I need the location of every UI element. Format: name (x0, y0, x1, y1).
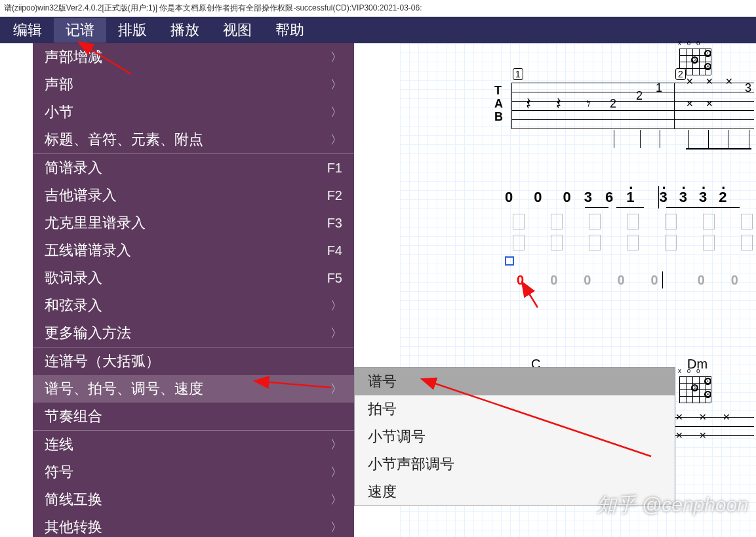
lyric-box[interactable] (589, 235, 601, 250)
note: 1 (626, 189, 634, 206)
menu-help[interactable]: 帮助 (264, 18, 316, 43)
dd-label: 和弦录入 (45, 296, 102, 315)
lyric-box[interactable] (703, 214, 715, 229)
dd-symbols[interactable]: 符号 〉 (33, 458, 354, 486)
dd-title-notes[interactable]: 标题、音符、元素、附点 〉 (33, 126, 354, 153)
note: 0 (584, 273, 591, 288)
tab-system-1: 1 2 T A B 𝄽 𝄽 𝄾 2 2 1 3 (492, 83, 754, 142)
dd-label: 节奏组合 (45, 407, 102, 426)
menu-layout[interactable]: 排版 (106, 18, 159, 43)
dd-chord-input[interactable]: 和弦录入 〉 (33, 292, 354, 319)
menu-edit[interactable]: 编辑 (1, 18, 54, 43)
shortcut: F4 (327, 243, 342, 258)
dd-voice-add-remove[interactable]: 声部增减 〉 (33, 43, 354, 71)
jianpu-row-2: 0 0 0 0 0 0 0 (517, 273, 738, 288)
dd-label: 简线互换 (45, 490, 102, 509)
lyric-box[interactable] (665, 235, 677, 250)
dd-slur[interactable]: 连线 〉 (33, 431, 354, 458)
lyric-box[interactable] (665, 214, 677, 229)
x-mark-icon: ✕ (706, 98, 713, 109)
sm-measure-key[interactable]: 小节调号 (355, 423, 675, 450)
dd-label: 其他转换 (45, 517, 102, 537)
menu-notation[interactable]: 记谱 (54, 18, 106, 43)
dd-label: 标题、音符、元素、附点 (45, 130, 203, 149)
x-mark-icon: ✕ (675, 430, 683, 441)
chevron-right-icon: 〉 (330, 325, 342, 341)
chevron-right-icon: 〉 (330, 132, 342, 148)
dd-rhythm-group[interactable]: 节奏组合 (33, 403, 354, 430)
lyric-box[interactable] (513, 214, 525, 229)
lyric-box[interactable] (513, 235, 525, 250)
note: 0 (698, 273, 705, 288)
watermark: 知乎 @cenphoon (597, 492, 748, 519)
dd-label: 声部增减 (45, 47, 102, 67)
shortcut: F2 (327, 188, 342, 203)
note: 0 (617, 273, 624, 288)
chevron-right-icon: 〉 (330, 298, 342, 313)
chevron-right-icon: 〉 (330, 49, 342, 65)
dd-brace[interactable]: 连谱号（大括弧） (33, 348, 354, 375)
sm-time-sig[interactable]: 拍号 (355, 395, 675, 423)
fret-number: 3 (745, 81, 751, 95)
measure-number: 2 (675, 68, 686, 80)
dd-guitar-input[interactable]: 吉他谱录入 F2 (33, 182, 354, 209)
dd-label: 简谱录入 (45, 158, 102, 178)
chord-diagram: x o o ❶ ❷ ❹ (675, 370, 715, 405)
x-mark-icon: ✕ (699, 412, 707, 422)
dd-label: 五线谱谱录入 (45, 241, 131, 260)
chevron-right-icon: 〉 (330, 519, 342, 535)
dd-ukulele-input[interactable]: 尤克里里谱录入 F3 (33, 209, 354, 237)
fret-number: 1 (656, 81, 662, 95)
lyric-box[interactable] (741, 235, 753, 250)
dd-jianpu-input[interactable]: 简谱录入 F1 (33, 154, 354, 182)
note: 3 (660, 189, 667, 206)
lyric-box[interactable] (703, 235, 715, 250)
x-mark-icon: ✕ (706, 76, 713, 87)
cursor-icon (505, 256, 514, 266)
lyric-box[interactable] (627, 214, 639, 229)
chevron-right-icon: 〉 (330, 492, 342, 507)
dd-label: 声部 (45, 75, 73, 94)
dd-voice[interactable]: 声部 〉 (33, 71, 354, 98)
lyric-box[interactable] (551, 235, 563, 250)
tab-label: T A B (494, 84, 503, 123)
clef-submenu: 谱号 拍号 小节调号 小节声部调号 速度 (354, 367, 675, 506)
lyric-box[interactable] (551, 214, 563, 229)
dd-lyric-input[interactable]: 歌词录入 F5 (33, 264, 354, 292)
x-mark-icon: ✕ (686, 98, 694, 109)
lyric-box[interactable] (741, 214, 753, 229)
note: 0 (534, 189, 542, 206)
chevron-right-icon: 〉 (330, 381, 342, 397)
dd-label: 连线 (45, 435, 73, 454)
menu-play[interactable]: 播放 (159, 18, 211, 43)
dd-clef-time-key-tempo[interactable]: 谱号、拍号、调号、速度 〉 (33, 375, 354, 403)
dd-convert-notation[interactable]: 简线互换 〉 (33, 486, 354, 513)
sm-clef[interactable]: 谱号 (355, 368, 675, 395)
lyric-box[interactable] (589, 214, 601, 229)
note: 3 (679, 189, 687, 206)
chord-xo: x o o (678, 39, 702, 47)
notation-dropdown: 声部增减 〉 声部 〉 小节 〉 标题、音符、元素、附点 〉 简谱录入 F1 吉… (33, 43, 354, 537)
dd-other-convert[interactable]: 其他转换 〉 (33, 513, 354, 537)
dd-measure[interactable]: 小节 〉 (33, 98, 354, 126)
lyric-row (513, 235, 753, 250)
note: 0 (651, 273, 658, 288)
sm-measure-voice-key[interactable]: 小节声部调号 (355, 450, 675, 478)
chord-xo: x o o (678, 367, 702, 374)
x-mark-icon: ✕ (686, 76, 694, 87)
dd-staff-input[interactable]: 五线谱谱录入 F4 (33, 237, 354, 264)
x-mark-icon: ✕ (725, 76, 733, 87)
note: 3 (584, 189, 592, 206)
chevron-right-icon: 〉 (330, 104, 342, 120)
shortcut: F3 (327, 216, 342, 231)
note: 0 (505, 189, 513, 206)
dd-label: 符号 (45, 462, 73, 482)
dd-label: 歌词录入 (45, 268, 102, 288)
dd-label: 连谱号（大括弧） (45, 351, 160, 371)
menu-view[interactable]: 视图 (211, 18, 264, 43)
lyric-box[interactable] (627, 235, 639, 250)
shortcut: F5 (327, 271, 342, 286)
dd-more-input[interactable]: 更多输入方法 〉 (33, 319, 354, 347)
x-mark-icon: ✕ (675, 412, 683, 422)
x-mark-icon: ✕ (699, 430, 707, 441)
